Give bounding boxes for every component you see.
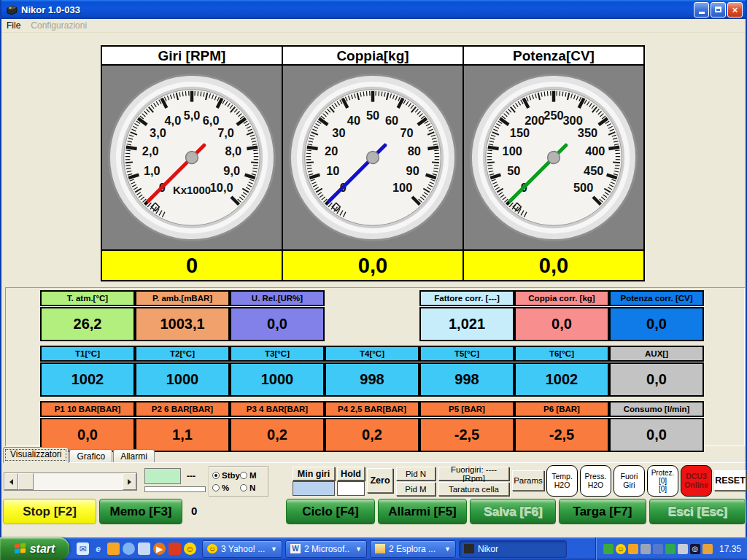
tab-allarmi[interactable]: Allarmi	[113, 449, 155, 463]
metric-header: Consumo [l/min]	[609, 401, 704, 417]
protez-button[interactable]: Protez. [0] [0]	[647, 465, 678, 497]
fkey-allarmi-f5[interactable]: Allarmi [F5]	[378, 499, 467, 524]
internet-explorer-icon[interactable]: e	[92, 542, 104, 555]
start-button[interactable]: start	[0, 537, 69, 560]
fkey-stop-f2[interactable]: Stop [F2]	[3, 499, 96, 524]
gauge-title: Giri [RPM]	[102, 47, 282, 66]
svg-text:250: 250	[543, 109, 563, 122]
scrollbar-thumb[interactable]	[18, 473, 34, 490]
metric-cell: T2[°C]1000	[135, 346, 230, 397]
show-desktop-icon[interactable]	[138, 542, 150, 555]
throttle-scrollbar[interactable]	[4, 472, 137, 491]
tab-grafico[interactable]: Grafico	[69, 449, 112, 463]
wireless-icon[interactable]: ◎	[690, 544, 700, 554]
task-label: 3 Yahoo! ...	[221, 544, 266, 554]
metric-header: T3[°C]	[230, 346, 325, 362]
min-giri-button[interactable]: Min giri	[293, 467, 335, 481]
task-2-esplora[interactable]: 2 Esplora ...▼	[370, 540, 456, 558]
fkey-ciclo-f4[interactable]: Ciclo [F4]	[286, 499, 375, 524]
fkey-salva-f6[interactable]: Salva [F6]	[470, 499, 556, 524]
metric-header: AUX[]	[609, 346, 704, 362]
fkey-targa-f7[interactable]: Targa [F7]	[559, 499, 646, 524]
windows-flag-icon	[15, 543, 26, 554]
temp-h2o-button[interactable]: Temp. H2O	[546, 465, 578, 497]
metric-value: 0,0	[609, 418, 704, 452]
scroll-left-arrow-icon[interactable]	[4, 473, 18, 490]
task-scheduler-icon[interactable]	[107, 542, 120, 555]
status-indicator-label: ---	[187, 471, 196, 481]
measurements-panel: T. atm.[°C]26,2P. amb.[mBAR]1003,1U. Rel…	[5, 287, 745, 446]
task-nikor[interactable]: Nikor	[459, 540, 567, 558]
media-player-icon[interactable]: ▶	[153, 542, 166, 555]
metric-cell: P4 2,5 BAR[BAR]0,2	[325, 401, 419, 452]
fuori-giri-button[interactable]: Fuori Giri	[614, 465, 645, 497]
min-giri-value-box	[293, 481, 335, 496]
gauge-dial-area: 01,02,03,04,05,06,07,08,09,010,0Kx1000	[102, 66, 282, 249]
function-key-bar: 0 Stop [F2]Memo [F3]Ciclo [F4]Allarmi [F…	[1, 499, 746, 528]
reset-button[interactable]: RESET	[714, 470, 746, 491]
messenger-alert-icon[interactable]	[628, 544, 638, 554]
radio-stby[interactable]: Stby	[212, 469, 240, 481]
winamp-icon[interactable]	[169, 542, 181, 555]
antivirus-icon[interactable]	[603, 544, 614, 554]
yahoo-messenger-icon[interactable]: ☺	[184, 542, 196, 555]
zero-button[interactable]: Zero	[367, 468, 393, 493]
metric-cell: P3 4 BAR[BAR]0,2	[230, 401, 325, 452]
scrollbar-track[interactable]	[34, 473, 123, 490]
volume-icon[interactable]	[678, 544, 688, 554]
radio-dot-icon	[212, 472, 220, 479]
svg-text:3,0: 3,0	[150, 126, 166, 139]
tab-visualizzatori[interactable]: Visualizzatori	[3, 447, 69, 463]
metric-value: 998	[419, 362, 514, 397]
radio-%[interactable]: %	[212, 481, 240, 494]
nikor-app-icon	[464, 544, 474, 553]
dcu3-online-button[interactable]: DCU3 Online	[681, 465, 712, 497]
hold-button[interactable]: Hold	[337, 467, 365, 481]
yahoo-messenger-tray-icon[interactable]: ☺	[616, 544, 626, 554]
press-h2o-button[interactable]: Press. H2O	[580, 465, 611, 497]
radio-m[interactable]: M	[240, 469, 265, 481]
task-2-microsof[interactable]: W2 Microsof...▼	[285, 540, 367, 558]
task-3-yahoo[interactable]: ☺3 Yahoo! ...▼	[202, 540, 282, 558]
params-button[interactable]: Params	[512, 470, 544, 491]
radio-label: %	[222, 483, 229, 492]
maximize-button[interactable]	[711, 2, 726, 18]
title-bar[interactable]: Nikor 1.0-033 ×	[1, 0, 746, 19]
menu-file[interactable]: File	[1, 19, 26, 32]
tray-icons: ☺◎	[603, 544, 713, 554]
pid-n-button[interactable]: Pid N	[396, 467, 436, 481]
pid-m-button[interactable]: Pid M	[396, 482, 436, 496]
fkey-esci-esc[interactable]: Esci [Esc]	[649, 499, 746, 524]
metric-cell: T6[°C]1002	[514, 346, 609, 397]
radio-label: Stby	[222, 471, 240, 480]
close-button[interactable]: ×	[727, 2, 743, 18]
camera-icon[interactable]	[640, 544, 651, 554]
gauge-dial-coppia-kg: 0102030405060708090100	[286, 71, 460, 244]
menu-configurazioni[interactable]: Configurazioni	[26, 19, 92, 32]
svg-text:400: 400	[585, 144, 605, 158]
update-icon[interactable]	[703, 544, 713, 554]
svg-text:300: 300	[562, 114, 582, 127]
window-title: Nikor 1.0-033	[21, 4, 692, 15]
fkey-memo-f3[interactable]: Memo [F3]	[99, 499, 182, 524]
taratura-cella-button[interactable]: Taratura cella	[438, 482, 509, 496]
msn-messenger-icon[interactable]	[665, 544, 676, 554]
radio-n[interactable]: N	[240, 481, 265, 494]
svg-text:6,0: 6,0	[203, 114, 220, 127]
outlook-express-icon[interactable]: ✉	[77, 542, 89, 555]
metric-header: T5[°C]	[419, 346, 514, 362]
gauge-dial-area: 0102030405060708090100	[283, 66, 462, 249]
gauge-dial-potenza-cv: 050100150200250300350400450500	[467, 71, 640, 244]
metric-header: Potenza corr. [CV]	[609, 290, 704, 306]
scroll-right-arrow-icon[interactable]	[123, 473, 136, 490]
svg-text:2,0: 2,0	[142, 144, 159, 158]
network-monitor-icon[interactable]	[653, 544, 663, 554]
svg-text:30: 30	[332, 126, 345, 139]
msn-explorer-icon[interactable]	[123, 542, 135, 555]
fuorigiri-button[interactable]: Fuorigiri: ---- [Rpm]	[438, 467, 509, 481]
metric-cell: T3[°C]1000	[230, 346, 325, 397]
minimize-button[interactable]	[694, 2, 709, 18]
metric-value: 1002	[514, 362, 609, 397]
svg-text:200: 200	[525, 114, 544, 127]
metric-header: Fattore corr. [---]	[419, 290, 514, 306]
